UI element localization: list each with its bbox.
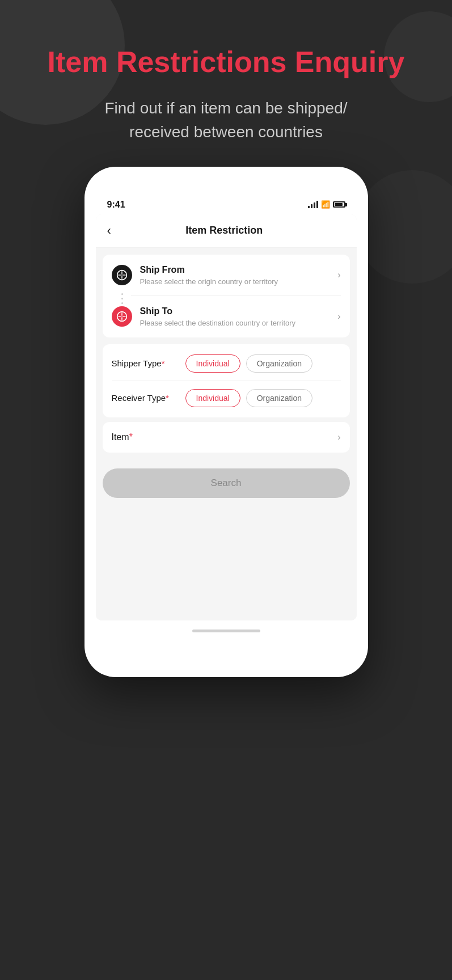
ship-from-text: Ship From Please select the origin count…: [140, 265, 338, 286]
shipper-individual-button[interactable]: Individual: [185, 354, 240, 373]
search-button[interactable]: Search: [103, 468, 350, 498]
phone-bottom: [96, 630, 357, 643]
item-chevron-icon: ›: [337, 432, 340, 442]
ship-from-placeholder: Please select the origin country or terr…: [140, 277, 338, 286]
shipper-required-star: *: [162, 358, 165, 368]
status-bar: 9:41 📶: [96, 200, 357, 214]
wifi-icon: 📶: [321, 200, 330, 209]
search-button-container: Search: [96, 457, 357, 507]
route-connector: [121, 293, 123, 304]
battery-icon: [333, 201, 345, 208]
ship-from-row[interactable]: Ship From Please select the origin count…: [103, 255, 350, 296]
header-section: Item Restrictions Enquiry Find out if an…: [0, 0, 452, 167]
phone-mockup: 9:41 📶 ‹ Item Restriction: [85, 167, 368, 677]
back-button[interactable]: ‹: [107, 223, 111, 238]
ship-to-chevron-icon: ›: [337, 311, 340, 322]
app-header-title: Item Restriction: [120, 225, 328, 236]
status-time: 9:41: [107, 200, 125, 210]
bg-decoration-br: [356, 170, 452, 284]
shipper-type-row: Shipper Type* Individual Organization: [103, 347, 350, 381]
ship-from-chevron-icon: ›: [337, 270, 340, 280]
receiver-type-row: Receiver Type* Individual Organization: [103, 381, 350, 415]
signal-icon: [308, 201, 318, 208]
receiver-type-label: Receiver Type*: [112, 393, 185, 403]
item-card: Item* ›: [103, 422, 350, 453]
ship-to-text: Ship To Please select the destination co…: [140, 306, 338, 327]
ship-from-icon: [112, 265, 132, 285]
phone-notch: [187, 178, 266, 194]
ship-from-label: Ship From: [140, 265, 338, 275]
bottom-spacer: [96, 507, 357, 620]
item-label: Item*: [112, 432, 338, 442]
page-subtitle: Find out if an item can be shipped/recei…: [34, 96, 418, 144]
phone-content: ‹ Item Restriction Ship From: [96, 214, 357, 620]
shipper-type-options: Individual Organization: [185, 354, 313, 373]
receiver-type-options: Individual Organization: [185, 389, 313, 407]
ship-to-placeholder: Please select the destination country or…: [140, 319, 338, 327]
page-title: Item Restrictions Enquiry: [34, 45, 418, 79]
receiver-individual-button[interactable]: Individual: [185, 389, 240, 407]
ship-to-row[interactable]: Ship To Please select the destination co…: [103, 296, 350, 337]
app-header: ‹ Item Restriction: [96, 214, 357, 248]
receiver-required-star: *: [166, 393, 169, 403]
ship-to-icon: [112, 306, 132, 327]
item-row[interactable]: Item* ›: [103, 422, 350, 453]
ship-routes-card: Ship From Please select the origin count…: [103, 255, 350, 337]
status-icons: 📶: [308, 200, 345, 209]
home-indicator: [192, 630, 260, 632]
ship-to-label: Ship To: [140, 306, 338, 316]
shipper-organization-button[interactable]: Organization: [246, 354, 312, 373]
item-required-star: *: [129, 432, 133, 442]
type-card: Shipper Type* Individual Organization Re…: [103, 344, 350, 417]
shipper-type-label: Shipper Type*: [112, 358, 185, 368]
receiver-organization-button[interactable]: Organization: [246, 389, 312, 407]
